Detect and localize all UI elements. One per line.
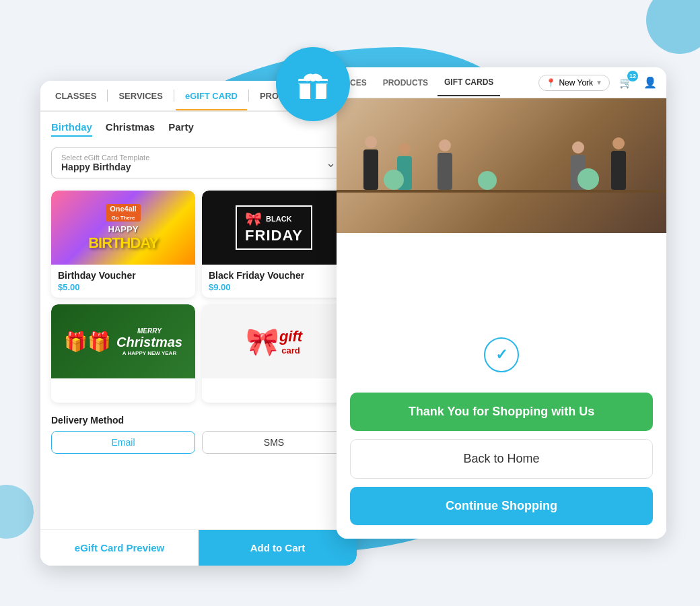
location-box[interactable]: 📍 New York ▼ xyxy=(538,75,610,91)
figure-1-head xyxy=(365,136,377,148)
bottom-actions: eGift Card Preview Add to Cart xyxy=(40,529,357,566)
cart-badge: 12 xyxy=(627,71,638,81)
figure-1 xyxy=(363,136,378,190)
gift-text: gift xyxy=(279,328,302,345)
birthday-card-content: One4allGo There HAPPY BIRTHDAY xyxy=(88,204,158,252)
right-nav-products[interactable]: PRODUCTS xyxy=(376,70,435,96)
template-label: Select eGift Card Template xyxy=(61,154,149,162)
gift-ribbon-icon: 🎀 xyxy=(246,326,279,358)
birthday-card[interactable]: One4allGo There HAPPY BIRTHDAY Birthday … xyxy=(51,191,195,298)
nav-classes[interactable]: CLASSES xyxy=(46,83,106,110)
gift-card[interactable]: 🎀 gift card xyxy=(202,304,346,403)
christmas-script: Christmas xyxy=(116,335,182,350)
thankyou-button[interactable]: Thank You for Shopping with Us xyxy=(350,393,653,431)
template-selector-content: Select eGift Card Template Happy Birthda… xyxy=(61,154,149,172)
delivery-email-btn[interactable]: Email xyxy=(51,431,195,454)
tab-party[interactable]: Party xyxy=(168,121,194,137)
ball-3 xyxy=(578,168,599,190)
nav-sep-2 xyxy=(174,90,174,102)
tab-christmas[interactable]: Christmas xyxy=(106,121,155,137)
right-nav: CES PRODUCTS GIFT CARDS 📍 New York ▼ 🛒 1… xyxy=(337,67,666,98)
location-text: New York xyxy=(559,78,593,88)
blackfriday-card-name: Black Friday Voucher xyxy=(209,270,339,281)
gift-svg xyxy=(294,65,332,103)
blackfriday-card-image: 🎀 BLACK FRIDAY xyxy=(202,191,346,265)
birthday-card-image: One4allGo There HAPPY BIRTHDAY xyxy=(51,191,195,265)
birthday-card-price: $5.00 xyxy=(58,282,188,292)
figure-3 xyxy=(438,139,452,190)
delivery-sms-btn[interactable]: SMS xyxy=(202,431,346,454)
template-selector[interactable]: Select eGift Card Template Happy Birthda… xyxy=(51,147,346,178)
nav-services[interactable]: SERVICES xyxy=(109,83,172,110)
figure-1-body xyxy=(363,149,378,190)
ball-1 xyxy=(384,170,404,190)
delivery-section: Delivery Method Email SMS xyxy=(40,409,357,459)
figure-5-body xyxy=(611,151,626,190)
nav-sep-1 xyxy=(107,90,108,102)
back-to-home-button[interactable]: Back to Home xyxy=(350,439,653,479)
card-grid: One4allGo There HAPPY BIRTHDAY Birthday … xyxy=(40,184,357,409)
exercise-scene xyxy=(337,98,666,233)
barre-bar xyxy=(337,190,666,193)
card-label: card xyxy=(279,345,302,356)
check-circle: ✓ xyxy=(484,337,519,372)
black-label: BLACK xyxy=(266,215,292,223)
figure-2-head xyxy=(398,143,411,155)
figure-5 xyxy=(611,137,626,190)
birthday-card-info: Birthday Voucher $5.00 xyxy=(51,265,195,298)
blackfriday-card-info: Black Friday Voucher $9.00 xyxy=(202,265,346,298)
user-icon-wrap[interactable]: 👤 xyxy=(641,73,660,92)
continue-shopping-button[interactable]: Continue Shopping xyxy=(350,487,653,525)
black-text: 🎀 BLACK xyxy=(245,211,303,227)
figure-4-head xyxy=(572,141,584,154)
christmas-gifts-icon: 🎁🎁 xyxy=(64,331,111,353)
figure-3-head xyxy=(439,139,451,152)
chevron-down-icon: ⌄ xyxy=(326,156,336,170)
nav-egift-card[interactable]: eGIFT CARD xyxy=(176,83,247,110)
christmas-text: MERRY Christmas A HAPPY NEW YEAR xyxy=(116,327,182,356)
gift-card-text: gift card xyxy=(279,328,302,356)
tab-birthday[interactable]: Birthday xyxy=(51,121,92,137)
pin-icon: 📍 xyxy=(546,78,556,88)
figure-3-body xyxy=(438,153,452,190)
hero-image xyxy=(337,98,666,233)
gift-card-info xyxy=(202,378,346,403)
blackfriday-card[interactable]: 🎀 BLACK FRIDAY Black Friday Voucher $9.0… xyxy=(202,191,346,298)
merry-text: MERRY xyxy=(116,327,182,335)
birthday-card-name: Birthday Voucher xyxy=(58,270,188,281)
add-to-cart-button[interactable]: Add to Cart xyxy=(199,530,357,566)
gift-circle-icon xyxy=(276,47,350,121)
nav-sep-3 xyxy=(248,90,249,102)
check-circle-wrap: ✓ xyxy=(350,355,653,390)
right-panel: CES PRODUCTS GIFT CARDS 📍 New York ▼ 🛒 1… xyxy=(337,67,666,539)
user-icon: 👤 xyxy=(643,76,657,89)
birthday-big-text: BIRTHDAY xyxy=(88,234,158,252)
delivery-options: Email SMS xyxy=(51,431,346,454)
check-icon: ✓ xyxy=(495,346,508,364)
black-friday-box: 🎀 BLACK FRIDAY xyxy=(236,205,312,250)
christmas-card-image: 🎁🎁 MERRY Christmas A HAPPY NEW YEAR xyxy=(51,304,195,378)
new-year-text: A HAPPY NEW YEAR xyxy=(116,350,182,356)
figure-5-head xyxy=(612,137,625,149)
christmas-card[interactable]: 🎁🎁 MERRY Christmas A HAPPY NEW YEAR xyxy=(51,304,195,403)
template-value: Happy Birthday xyxy=(61,162,149,172)
delivery-title: Delivery Method xyxy=(51,415,346,426)
preview-button[interactable]: eGift Card Preview xyxy=(40,530,199,566)
blackfriday-card-price: $9.00 xyxy=(209,282,339,292)
cart-icon-wrap[interactable]: 🛒 12 xyxy=(617,73,635,92)
right-nav-gift-cards[interactable]: GIFT CARDS xyxy=(438,69,500,96)
ball-2 xyxy=(478,171,497,190)
bow-icon: 🎀 xyxy=(245,211,262,227)
friday-text: FRIDAY xyxy=(245,227,303,244)
gift-card-image: 🎀 gift card xyxy=(202,304,346,378)
happy-text: HAPPY xyxy=(88,224,158,234)
location-chevron-icon: ▼ xyxy=(596,79,602,86)
svg-point-6 xyxy=(310,76,316,81)
christmas-card-info xyxy=(51,378,195,403)
panels-wrapper: CLASSES SERVICES eGIFT CARD PRODUCTS Bir… xyxy=(27,27,673,579)
thankyou-overlay: ✓ Thank You for Shopping with Us Back to… xyxy=(337,341,666,539)
left-panel: CLASSES SERVICES eGIFT CARD PRODUCTS Bir… xyxy=(40,81,357,566)
